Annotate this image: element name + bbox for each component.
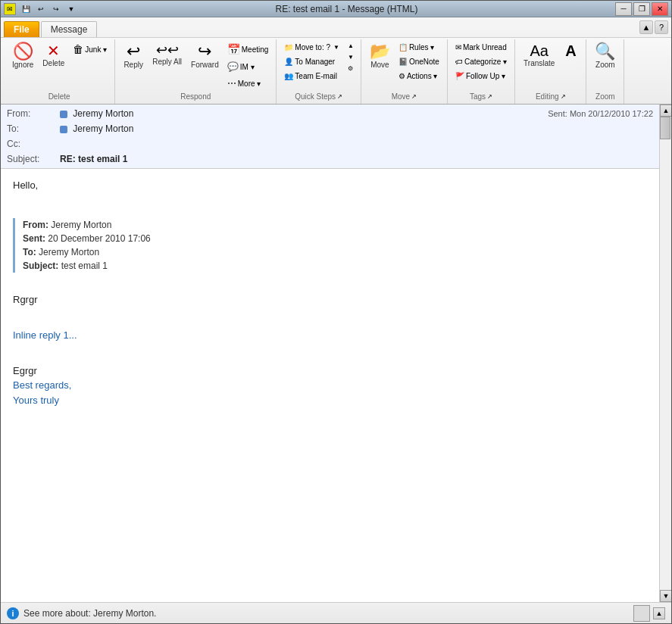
tags-group-label: Tags bbox=[470, 92, 486, 102]
reply-button[interactable]: ↩ Reply bbox=[120, 41, 147, 71]
tab-message[interactable]: Message bbox=[41, 21, 98, 37]
scrollbar-down-button[interactable]: ▼ bbox=[660, 590, 671, 602]
quicksteps-up-button[interactable]: ▲ bbox=[345, 41, 356, 51]
from-value: Jeremy Morton bbox=[60, 108, 133, 119]
status-avatar bbox=[633, 605, 650, 622]
subject-row: Subject: RE: test email 1 bbox=[7, 151, 653, 167]
subject-value: RE: test email 1 bbox=[60, 154, 127, 164]
inline-reply: Inline reply 1... bbox=[13, 328, 647, 343]
meeting-button[interactable]: 📅 Meeting bbox=[224, 41, 272, 58]
from-label: From: bbox=[7, 108, 60, 119]
to-manager-button[interactable]: 👤 To Manager bbox=[281, 55, 342, 68]
tags-group-buttons: ✉ Mark Unread 🏷 Categorize ▾ 🚩 Follow Up… bbox=[452, 41, 510, 91]
follow-up-button[interactable]: 🚩 Follow Up ▾ bbox=[452, 70, 510, 83]
vertical-scrollbar: ▲ ▼ bbox=[659, 105, 671, 602]
sent-value: Sent: Mon 20/12/2010 17:22 bbox=[548, 109, 653, 118]
actions-button[interactable]: ⚙ Actions ▾ bbox=[395, 70, 442, 83]
rules-icon: 📋 bbox=[399, 43, 408, 51]
sign-line2: Yours truly bbox=[13, 393, 647, 408]
im-button[interactable]: 💬 IM ▾ bbox=[224, 59, 272, 74]
qat-dropdown-button[interactable]: ▼ bbox=[64, 3, 78, 15]
help-button[interactable]: ? bbox=[655, 20, 668, 34]
ignore-icon: 🚫 bbox=[13, 43, 33, 60]
delete-icon: ✕ bbox=[47, 43, 60, 58]
junk-icon: 🗑 bbox=[73, 43, 83, 55]
quicksteps-expand-button[interactable]: ⚙ bbox=[345, 64, 356, 73]
email-area: From: Jeremy Morton Sent: Mon 20/12/2010… bbox=[1, 105, 659, 602]
ribbon-help: ▲ ? bbox=[639, 20, 671, 34]
font-icon: A bbox=[565, 43, 576, 58]
tags-expand-icon[interactable]: ↗ bbox=[487, 93, 492, 100]
rules-button[interactable]: 📋 Rules ▾ bbox=[395, 41, 442, 54]
quicksteps-group-buttons: 📁 Move to: ? ▼ 👤 To Manager 👥 Team E-mai… bbox=[281, 41, 356, 91]
ignore-button[interactable]: 🚫 Ignore bbox=[8, 41, 37, 71]
more-button[interactable]: ⋯ More ▾ bbox=[224, 76, 272, 91]
quicksteps-expand-icon[interactable]: ↗ bbox=[337, 93, 342, 100]
status-bar: i See more about: Jeremy Morton. ▲ bbox=[1, 602, 671, 623]
zoom-button[interactable]: 🔍 Zoom bbox=[591, 41, 619, 71]
to-manager-icon: 👤 bbox=[284, 58, 293, 66]
forward-icon: ↪ bbox=[198, 43, 211, 60]
scrollbar-track[interactable] bbox=[660, 117, 671, 590]
minimize-button[interactable]: ─ bbox=[615, 2, 632, 16]
quicksteps-down-button[interactable]: ▼ bbox=[345, 52, 356, 62]
zoom-group-label: Zoom bbox=[595, 92, 615, 102]
restore-button[interactable]: ❐ bbox=[633, 2, 650, 16]
editing-group-label: Editing bbox=[536, 92, 559, 102]
reply-icon: ↩ bbox=[127, 43, 140, 60]
move-to-button[interactable]: 📁 Move to: ? ▼ bbox=[281, 41, 342, 54]
forward-button[interactable]: ↪ Forward bbox=[187, 41, 223, 71]
mark-unread-icon: ✉ bbox=[455, 43, 461, 51]
info-icon: i bbox=[7, 607, 19, 619]
undo-qat-button[interactable]: ↩ bbox=[34, 3, 48, 15]
status-expand-button[interactable]: ▲ bbox=[653, 607, 665, 619]
status-right: ▲ bbox=[633, 605, 665, 622]
meeting-icon: 📅 bbox=[227, 43, 240, 55]
mark-unread-button[interactable]: ✉ Mark Unread bbox=[452, 41, 510, 54]
reply-all-icon: ↩↩ bbox=[156, 43, 179, 57]
email-headers: From: Jeremy Morton Sent: Mon 20/12/2010… bbox=[1, 105, 659, 169]
reply-all-button[interactable]: ↩↩ Reply All bbox=[148, 41, 186, 68]
ribbon-group-respond: ↩ Reply ↩↩ Reply All ↪ Forward 📅 bbox=[115, 39, 277, 104]
categorize-icon: 🏷 bbox=[455, 58, 463, 66]
junk-button[interactable]: 🗑 Junk ▾ bbox=[70, 41, 110, 58]
quoted-subject: Subject: test email 1 bbox=[23, 259, 647, 273]
editing-expand-icon[interactable]: ↗ bbox=[561, 93, 566, 100]
onenote-button[interactable]: 📓 OneNote bbox=[395, 55, 442, 68]
categorize-button[interactable]: 🏷 Categorize ▾ bbox=[452, 55, 510, 68]
scrollbar-up-button[interactable]: ▲ bbox=[660, 105, 671, 117]
redo-qat-button[interactable]: ↪ bbox=[49, 3, 63, 15]
close-button[interactable]: ✕ bbox=[652, 2, 668, 16]
from-row: From: Jeremy Morton Sent: Mon 20/12/2010… bbox=[7, 106, 653, 121]
window-controls: ─ ❐ ✕ bbox=[615, 2, 668, 16]
tab-file[interactable]: File bbox=[4, 21, 39, 37]
cc-row: Cc: bbox=[7, 136, 653, 151]
delete-button[interactable]: ✕ Delete bbox=[39, 41, 68, 70]
respond-group-buttons: ↩ Reply ↩↩ Reply All ↪ Forward 📅 bbox=[120, 41, 271, 91]
delete-group-buttons: 🚫 Ignore ✕ Delete 🗑 Junk ▾ bbox=[8, 41, 110, 91]
delete-group-label: Delete bbox=[48, 92, 70, 102]
im-icon: 💬 bbox=[227, 61, 239, 72]
ribbon-content: 🚫 Ignore ✕ Delete 🗑 Junk ▾ bbox=[1, 37, 671, 104]
quoted-from: From: Jeremy Morton bbox=[23, 218, 647, 232]
translate-button[interactable]: Aa Translate bbox=[520, 41, 558, 70]
minimize-ribbon-button[interactable]: ▲ bbox=[639, 20, 653, 34]
team-email-icon: 👥 bbox=[284, 72, 293, 80]
greeting-text: Hello, bbox=[13, 178, 647, 193]
move-group-label: Move bbox=[392, 92, 410, 102]
scrollbar-thumb[interactable] bbox=[660, 117, 670, 139]
app-icon: ✉ bbox=[4, 3, 16, 15]
font-button[interactable]: A bbox=[560, 41, 581, 61]
cc-label: Cc: bbox=[7, 139, 60, 149]
ribbon-group-delete: 🚫 Ignore ✕ Delete 🗑 Junk ▾ bbox=[4, 39, 115, 104]
team-email-button[interactable]: 👥 Team E-mail bbox=[281, 70, 342, 83]
move-expand-icon[interactable]: ↗ bbox=[411, 93, 417, 100]
zoom-icon: 🔍 bbox=[595, 43, 615, 60]
save-qat-button[interactable]: 💾 bbox=[19, 3, 33, 15]
to-label: To: bbox=[7, 123, 60, 134]
move-icon: 📂 bbox=[370, 43, 390, 60]
body-text2: Egrgr bbox=[13, 363, 647, 379]
move-button[interactable]: 📂 Move bbox=[366, 41, 394, 71]
move-to-dropdown[interactable]: ▼ bbox=[333, 44, 339, 51]
onenote-icon: 📓 bbox=[399, 58, 408, 66]
